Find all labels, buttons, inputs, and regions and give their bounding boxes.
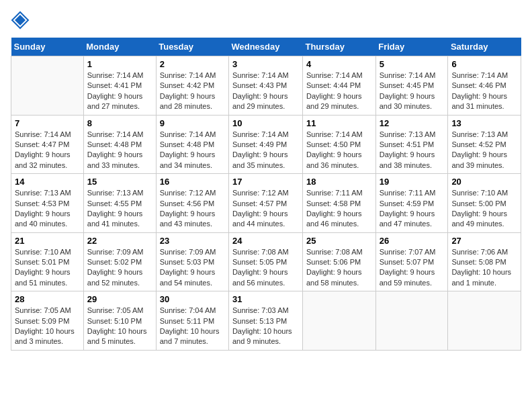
cell-info: Sunrise: 7:06 AM Sunset: 5:08 PM Dayligh… bbox=[451, 247, 517, 289]
cell-info: Sunrise: 7:14 AM Sunset: 4:49 PM Dayligh… bbox=[232, 130, 299, 171]
calendar-cell: 22Sunrise: 7:09 AM Sunset: 5:02 PM Dayli… bbox=[83, 232, 156, 291]
cell-info: Sunrise: 7:10 AM Sunset: 5:01 PM Dayligh… bbox=[15, 247, 80, 289]
day-number: 3 bbox=[232, 59, 299, 69]
day-number: 20 bbox=[451, 177, 517, 187]
day-number: 17 bbox=[232, 177, 299, 187]
cell-info: Sunrise: 7:08 AM Sunset: 5:06 PM Dayligh… bbox=[306, 247, 372, 289]
calendar-cell: 18Sunrise: 7:11 AM Sunset: 4:58 PM Dayli… bbox=[302, 174, 375, 233]
cell-info: Sunrise: 7:13 AM Sunset: 4:51 PM Dayligh… bbox=[380, 130, 445, 171]
cell-info: Sunrise: 7:14 AM Sunset: 4:46 PM Dayligh… bbox=[451, 71, 517, 112]
day-number: 10 bbox=[232, 118, 299, 128]
calendar-cell: 4Sunrise: 7:14 AM Sunset: 4:44 PM Daylig… bbox=[302, 56, 375, 116]
day-number: 15 bbox=[87, 177, 152, 187]
calendar-cell: 16Sunrise: 7:12 AM Sunset: 4:56 PM Dayli… bbox=[156, 174, 228, 233]
day-number: 26 bbox=[380, 236, 445, 246]
day-number: 29 bbox=[87, 294, 152, 304]
calendar-header-row: SundayMondayTuesdayWednesdayThursdayFrid… bbox=[11, 38, 521, 56]
day-number: 12 bbox=[380, 118, 445, 128]
calendar-cell: 23Sunrise: 7:09 AM Sunset: 5:03 PM Dayli… bbox=[156, 232, 228, 291]
cell-info: Sunrise: 7:12 AM Sunset: 4:56 PM Dayligh… bbox=[160, 188, 225, 230]
col-header-sunday: Sunday bbox=[11, 38, 84, 56]
day-number: 7 bbox=[15, 118, 80, 128]
week-row-2: 7Sunrise: 7:14 AM Sunset: 4:47 PM Daylig… bbox=[11, 115, 521, 174]
calendar-cell: 5Sunrise: 7:14 AM Sunset: 4:45 PM Daylig… bbox=[375, 56, 448, 116]
cell-info: Sunrise: 7:08 AM Sunset: 5:05 PM Dayligh… bbox=[232, 247, 299, 289]
calendar-cell bbox=[375, 291, 448, 351]
day-number: 6 bbox=[451, 59, 517, 69]
calendar-cell bbox=[302, 291, 375, 351]
day-number: 16 bbox=[160, 177, 225, 187]
week-row-5: 28Sunrise: 7:05 AM Sunset: 5:09 PM Dayli… bbox=[11, 291, 521, 351]
col-header-monday: Monday bbox=[83, 38, 156, 56]
calendar-cell: 15Sunrise: 7:13 AM Sunset: 4:55 PM Dayli… bbox=[83, 174, 156, 233]
cell-info: Sunrise: 7:05 AM Sunset: 5:09 PM Dayligh… bbox=[15, 306, 80, 347]
calendar-cell: 19Sunrise: 7:11 AM Sunset: 4:59 PM Dayli… bbox=[375, 174, 448, 233]
day-number: 31 bbox=[232, 294, 299, 304]
cell-info: Sunrise: 7:14 AM Sunset: 4:42 PM Dayligh… bbox=[160, 71, 225, 112]
col-header-wednesday: Wednesday bbox=[228, 38, 302, 56]
calendar-cell bbox=[11, 56, 84, 116]
week-row-4: 21Sunrise: 7:10 AM Sunset: 5:01 PM Dayli… bbox=[11, 232, 521, 291]
day-number: 13 bbox=[451, 118, 517, 128]
calendar-cell: 27Sunrise: 7:06 AM Sunset: 5:08 PM Dayli… bbox=[448, 232, 521, 291]
calendar-cell: 2Sunrise: 7:14 AM Sunset: 4:42 PM Daylig… bbox=[156, 56, 228, 116]
calendar-table: SundayMondayTuesdayWednesdayThursdayFrid… bbox=[11, 38, 521, 351]
calendar-cell: 29Sunrise: 7:05 AM Sunset: 5:10 PM Dayli… bbox=[83, 291, 156, 351]
week-row-3: 14Sunrise: 7:13 AM Sunset: 4:53 PM Dayli… bbox=[11, 174, 521, 233]
day-number: 5 bbox=[380, 59, 445, 69]
col-header-thursday: Thursday bbox=[302, 38, 375, 56]
cell-info: Sunrise: 7:14 AM Sunset: 4:45 PM Dayligh… bbox=[380, 71, 445, 112]
day-number: 22 bbox=[87, 236, 152, 246]
cell-info: Sunrise: 7:14 AM Sunset: 4:44 PM Dayligh… bbox=[306, 71, 372, 112]
cell-info: Sunrise: 7:14 AM Sunset: 4:48 PM Dayligh… bbox=[87, 130, 152, 171]
calendar-cell bbox=[448, 291, 521, 351]
day-number: 1 bbox=[87, 59, 152, 69]
cell-info: Sunrise: 7:12 AM Sunset: 4:57 PM Dayligh… bbox=[232, 188, 299, 230]
calendar-cell: 7Sunrise: 7:14 AM Sunset: 4:47 PM Daylig… bbox=[11, 115, 84, 174]
day-number: 2 bbox=[160, 59, 225, 69]
calendar-cell: 8Sunrise: 7:14 AM Sunset: 4:48 PM Daylig… bbox=[83, 115, 156, 174]
logo bbox=[11, 11, 31, 30]
day-number: 18 bbox=[306, 177, 372, 187]
calendar-cell: 28Sunrise: 7:05 AM Sunset: 5:09 PM Dayli… bbox=[11, 291, 84, 351]
calendar-cell: 1Sunrise: 7:14 AM Sunset: 4:41 PM Daylig… bbox=[83, 56, 156, 116]
calendar-cell: 20Sunrise: 7:10 AM Sunset: 5:00 PM Dayli… bbox=[448, 174, 521, 233]
calendar-cell: 25Sunrise: 7:08 AM Sunset: 5:06 PM Dayli… bbox=[302, 232, 375, 291]
day-number: 19 bbox=[380, 177, 445, 187]
logo-icon bbox=[11, 11, 30, 30]
cell-info: Sunrise: 7:14 AM Sunset: 4:43 PM Dayligh… bbox=[232, 71, 299, 112]
calendar-cell: 14Sunrise: 7:13 AM Sunset: 4:53 PM Dayli… bbox=[11, 174, 84, 233]
day-number: 24 bbox=[232, 236, 299, 246]
cell-info: Sunrise: 7:14 AM Sunset: 4:41 PM Dayligh… bbox=[87, 71, 152, 112]
calendar-cell: 9Sunrise: 7:14 AM Sunset: 4:48 PM Daylig… bbox=[156, 115, 228, 174]
col-header-saturday: Saturday bbox=[448, 38, 521, 56]
calendar-cell: 17Sunrise: 7:12 AM Sunset: 4:57 PM Dayli… bbox=[228, 174, 302, 233]
day-number: 30 bbox=[160, 294, 225, 304]
day-number: 28 bbox=[15, 294, 80, 304]
calendar-cell: 30Sunrise: 7:04 AM Sunset: 5:11 PM Dayli… bbox=[156, 291, 228, 351]
calendar-cell: 13Sunrise: 7:13 AM Sunset: 4:52 PM Dayli… bbox=[448, 115, 521, 174]
cell-info: Sunrise: 7:04 AM Sunset: 5:11 PM Dayligh… bbox=[160, 306, 225, 347]
day-number: 14 bbox=[15, 177, 80, 187]
week-row-1: 1Sunrise: 7:14 AM Sunset: 4:41 PM Daylig… bbox=[11, 56, 521, 116]
cell-info: Sunrise: 7:10 AM Sunset: 5:00 PM Dayligh… bbox=[451, 188, 517, 230]
cell-info: Sunrise: 7:14 AM Sunset: 4:47 PM Dayligh… bbox=[15, 130, 80, 171]
cell-info: Sunrise: 7:07 AM Sunset: 5:07 PM Dayligh… bbox=[380, 247, 445, 289]
page-header bbox=[11, 11, 521, 30]
day-number: 23 bbox=[160, 236, 225, 246]
cell-info: Sunrise: 7:03 AM Sunset: 5:13 PM Dayligh… bbox=[232, 306, 299, 347]
cell-info: Sunrise: 7:05 AM Sunset: 5:10 PM Dayligh… bbox=[87, 306, 152, 347]
calendar-cell: 24Sunrise: 7:08 AM Sunset: 5:05 PM Dayli… bbox=[228, 232, 302, 291]
calendar-cell: 21Sunrise: 7:10 AM Sunset: 5:01 PM Dayli… bbox=[11, 232, 84, 291]
day-number: 9 bbox=[160, 118, 225, 128]
day-number: 11 bbox=[306, 118, 372, 128]
col-header-tuesday: Tuesday bbox=[156, 38, 228, 56]
calendar-cell: 3Sunrise: 7:14 AM Sunset: 4:43 PM Daylig… bbox=[228, 56, 302, 116]
calendar-cell: 31Sunrise: 7:03 AM Sunset: 5:13 PM Dayli… bbox=[228, 291, 302, 351]
cell-info: Sunrise: 7:13 AM Sunset: 4:55 PM Dayligh… bbox=[87, 188, 152, 230]
day-number: 4 bbox=[306, 59, 372, 69]
cell-info: Sunrise: 7:14 AM Sunset: 4:48 PM Dayligh… bbox=[160, 130, 225, 171]
calendar-cell: 26Sunrise: 7:07 AM Sunset: 5:07 PM Dayli… bbox=[375, 232, 448, 291]
cell-info: Sunrise: 7:09 AM Sunset: 5:02 PM Dayligh… bbox=[87, 247, 152, 289]
calendar-cell: 11Sunrise: 7:14 AM Sunset: 4:50 PM Dayli… bbox=[302, 115, 375, 174]
